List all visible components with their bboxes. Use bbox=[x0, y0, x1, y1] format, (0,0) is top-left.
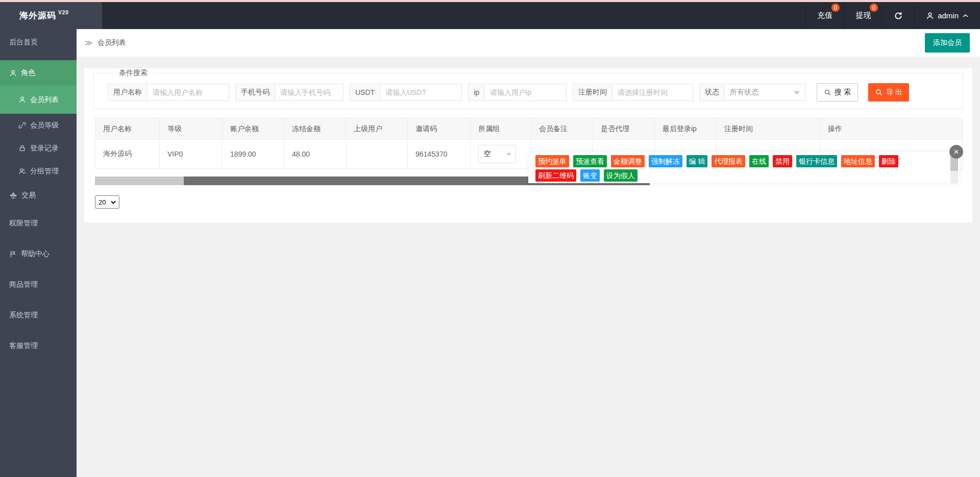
user-icon bbox=[18, 96, 26, 104]
action-agent-report-button[interactable]: 代理报表 bbox=[712, 155, 745, 167]
status-select[interactable]: 所有状态 bbox=[725, 84, 805, 101]
breadcrumb-bar: ≫ 会员列表 添加会员 bbox=[77, 29, 980, 57]
cell-invite-code: 96145370 bbox=[408, 140, 471, 169]
col-invite-code: 邀请码 bbox=[408, 118, 471, 140]
recharge-button[interactable]: 充值 0 bbox=[805, 2, 844, 29]
col-actions: 操作 bbox=[820, 118, 963, 140]
search-filters-fieldset: 条件搜索 用户名称 手机号码 USDT ip bbox=[93, 68, 963, 109]
sidebar-item-dashboard[interactable]: 后台首页 bbox=[0, 29, 77, 56]
app-logo-text: 海外源码 bbox=[19, 10, 56, 21]
sidebar-item-role[interactable]: 角色 bbox=[0, 60, 77, 86]
withdraw-button[interactable]: 提现 0 bbox=[844, 2, 882, 29]
flag-icon bbox=[9, 250, 17, 258]
filter-username: 用户名称 bbox=[108, 84, 229, 101]
col-parent-user: 上级用户 bbox=[346, 118, 408, 140]
user-menu[interactable]: admin bbox=[914, 2, 980, 29]
sidebar-item-permissions[interactable]: 权限管理 bbox=[0, 208, 77, 239]
action-amount-adjust-button[interactable]: 金额调整 bbox=[611, 155, 645, 167]
user-icon bbox=[9, 69, 17, 77]
cell-frozen: 48.00 bbox=[284, 140, 346, 169]
header-actions: 充值 0 提现 0 admin bbox=[805, 2, 980, 29]
sidebar-group-role: 角色 会员列表 bbox=[0, 60, 77, 114]
sidebar-item-login-records[interactable]: 登录记录 bbox=[0, 137, 77, 160]
filter-phone: 手机号码 bbox=[235, 84, 344, 101]
app-logo[interactable]: 海外源码 V20 bbox=[0, 2, 102, 29]
action-edit-button[interactable]: 编 辑 bbox=[687, 155, 708, 167]
sidebar-item-label: 系统管理 bbox=[9, 311, 38, 320]
sidebar-item-label: 客服管理 bbox=[9, 341, 38, 350]
col-frozen: 冻结金额 bbox=[284, 118, 346, 140]
search-button-label: 搜 索 bbox=[835, 88, 851, 97]
sidebar-item-transactions[interactable]: 交易 bbox=[0, 183, 77, 208]
col-level: 等级 bbox=[160, 118, 223, 140]
action-delete-button[interactable]: 删除 bbox=[879, 155, 898, 167]
filter-status-label: 状态 bbox=[699, 84, 725, 101]
action-bank-card-info-button[interactable]: 银行卡信息 bbox=[796, 155, 837, 167]
filter-status: 状态 所有状态 bbox=[699, 84, 805, 101]
scrollbar-track[interactable] bbox=[95, 177, 184, 185]
breadcrumb-separator-icon: ≫ bbox=[85, 38, 93, 47]
actions-popup: × 预约派单 预派查看 金额调整 强制解冻 编 辑 代理报表 在线 禁用 银行卡… bbox=[528, 152, 960, 183]
search-icon bbox=[824, 89, 831, 96]
usdt-input[interactable] bbox=[380, 84, 462, 101]
sidebar-item-label: 会员列表 bbox=[30, 95, 59, 105]
sidebar-item-label: 分组管理 bbox=[30, 167, 59, 176]
action-dispatch-view-button[interactable]: 预派查看 bbox=[573, 155, 607, 167]
group-select[interactable]: 空 bbox=[478, 145, 516, 163]
main-content: 条件搜索 用户名称 手机号码 USDT ip bbox=[77, 57, 980, 477]
col-last-login-ip: 最后登录ip bbox=[655, 118, 717, 140]
export-button-label: 导 出 bbox=[886, 88, 902, 97]
sidebar-item-label: 会员等级 bbox=[30, 121, 59, 130]
search-icon bbox=[875, 88, 883, 96]
refresh-icon bbox=[894, 11, 903, 20]
filter-usdt: USDT bbox=[350, 84, 462, 101]
sidebar-item-products[interactable]: 商品管理 bbox=[0, 269, 77, 300]
app-logo-version: V20 bbox=[58, 10, 69, 15]
filter-register-time: 注册时间 bbox=[573, 84, 693, 101]
users-icon bbox=[18, 167, 26, 175]
username-label: admin bbox=[938, 11, 959, 20]
sidebar-item-member-level[interactable]: 会员等级 bbox=[0, 114, 77, 137]
export-button[interactable]: 导 出 bbox=[868, 83, 909, 102]
page-size-select[interactable]: 20 bbox=[95, 195, 119, 209]
refresh-button[interactable] bbox=[882, 2, 914, 29]
sidebar-item-member-list[interactable]: 会员列表 bbox=[0, 86, 77, 114]
sidebar-item-system[interactable]: 系统管理 bbox=[0, 300, 77, 331]
register-time-input[interactable] bbox=[612, 84, 693, 101]
action-force-unfreeze-button[interactable]: 强制解冻 bbox=[649, 155, 682, 167]
phone-input[interactable] bbox=[275, 84, 344, 101]
col-member-remark: 会员备注 bbox=[531, 118, 593, 140]
sidebar-item-label: 交易 bbox=[21, 191, 36, 200]
search-button[interactable]: 搜 索 bbox=[817, 83, 858, 102]
ip-input[interactable] bbox=[485, 84, 567, 101]
sidebar-item-label: 商品管理 bbox=[9, 280, 38, 289]
cell-group: 空 bbox=[471, 140, 531, 169]
cell-username: 海外源码 bbox=[95, 140, 160, 169]
chevron-down-icon bbox=[111, 200, 116, 204]
lock-icon bbox=[18, 144, 26, 152]
action-balance-change-button[interactable]: 账变 bbox=[580, 169, 600, 182]
page-size-value: 20 bbox=[99, 198, 106, 206]
sidebar-item-help-center[interactable]: 帮助中心 bbox=[0, 239, 77, 269]
action-disable-button[interactable]: 禁用 bbox=[773, 155, 792, 167]
add-member-button[interactable]: 添加会员 bbox=[925, 33, 970, 53]
close-icon[interactable]: × bbox=[949, 145, 963, 159]
filter-ip: ip bbox=[468, 84, 567, 101]
filter-row: 用户名称 手机号码 USDT ip 注册时间 bbox=[108, 83, 958, 102]
filter-phone-label: 手机号码 bbox=[235, 84, 275, 101]
cell-parent-user bbox=[346, 140, 408, 169]
sidebar-item-customer-service[interactable]: 客服管理 bbox=[0, 331, 77, 361]
filter-ip-label: ip bbox=[468, 84, 485, 101]
action-online-button[interactable]: 在线 bbox=[749, 155, 769, 167]
sidebar-item-group-management[interactable]: 分组管理 bbox=[0, 160, 77, 183]
action-refresh-qrcode-button[interactable]: 刷新二维码 bbox=[535, 169, 576, 182]
username-input[interactable] bbox=[148, 84, 229, 101]
action-reserve-dispatch-button[interactable]: 预约派单 bbox=[535, 155, 569, 167]
user-avatar-icon bbox=[926, 12, 934, 20]
col-register-time: 注册时间 bbox=[717, 118, 820, 140]
filter-register-time-label: 注册时间 bbox=[573, 84, 612, 101]
action-address-info-button[interactable]: 地址信息 bbox=[841, 155, 875, 167]
action-set-fake-user-button[interactable]: 设为假人 bbox=[604, 169, 638, 182]
sidebar-item-label: 后台首页 bbox=[9, 38, 38, 47]
withdraw-label: 提现 bbox=[855, 11, 871, 20]
